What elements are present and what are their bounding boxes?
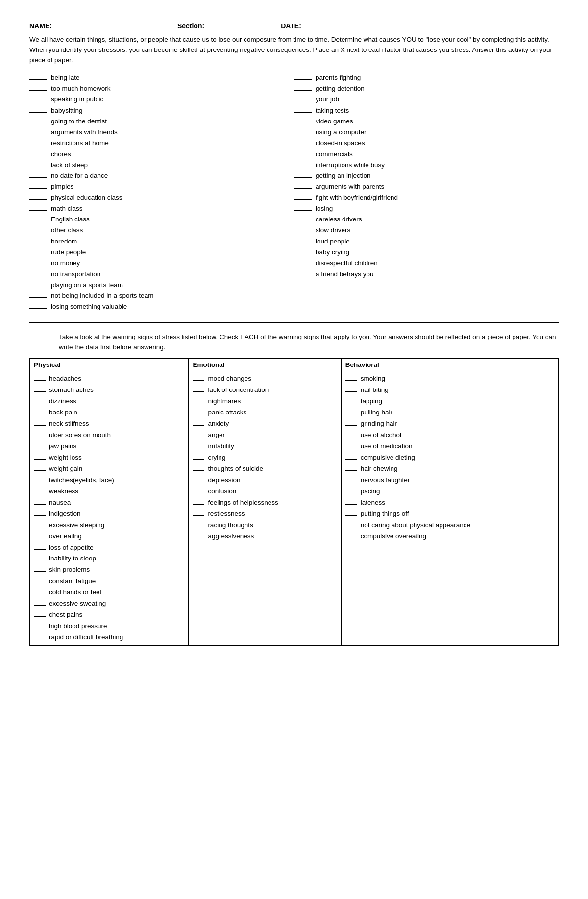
- check-blank: [193, 482, 204, 482]
- check-blank: [193, 527, 204, 527]
- stressor-text: pimples: [51, 181, 74, 192]
- behavioral-item: not caring about physical appearance: [345, 520, 554, 531]
- physical-item: cold hands or feet: [34, 587, 184, 598]
- check-blank: [34, 459, 46, 460]
- emotional-item: irritability: [193, 441, 337, 452]
- stressor-blank: [29, 210, 47, 211]
- emotional-item-label: racing thoughts: [208, 520, 253, 531]
- physical-item: excessive sweating: [34, 598, 184, 609]
- emotional-item: thoughts of suicide: [193, 463, 337, 475]
- stressor-blank: [29, 90, 47, 91]
- check-blank: [345, 425, 357, 426]
- check-blank: [345, 504, 357, 505]
- check-blank: [34, 391, 46, 392]
- behavioral-item-label: pulling hair: [361, 407, 392, 418]
- stressor-left-item: babysitting: [29, 105, 294, 116]
- name-input[interactable]: [55, 20, 163, 28]
- physical-item-label: back pain: [49, 407, 77, 418]
- stressor-blank: [294, 243, 312, 243]
- physical-item: weight gain: [34, 463, 184, 475]
- behavioral-item: compulsive overeating: [345, 531, 554, 542]
- name-field: NAME:: [29, 20, 163, 30]
- physical-item: inability to sleep: [34, 553, 184, 564]
- physical-item-label: high blood pressure: [49, 621, 107, 632]
- check-blank: [34, 470, 46, 471]
- stressor-text: no date for a dance: [51, 170, 108, 181]
- physical-item-label: ulcer sores on mouth: [49, 430, 111, 441]
- stressor-text: using a computer: [316, 127, 367, 138]
- stressor-blank: [29, 167, 47, 167]
- emotional-item-label: lack of concentration: [208, 385, 269, 396]
- stressor-right-item: your job: [294, 94, 559, 105]
- physical-item: constant fatigue: [34, 576, 184, 587]
- table-header-row: Physical Emotional Behavioral: [30, 359, 559, 371]
- behavioral-item-label: use of alcohol: [361, 430, 401, 441]
- physical-item-label: headaches: [49, 373, 81, 385]
- behavioral-item: putting things off: [345, 509, 554, 520]
- stressor-left-item: boredom: [29, 236, 294, 247]
- stressor-section: being latetoo much homeworkspeaking in p…: [29, 73, 559, 313]
- stressor-text: fight with boyfriend/girlfriend: [316, 193, 398, 203]
- check-blank: [34, 425, 46, 426]
- check-blank: [34, 639, 46, 639]
- stressor-text: your job: [316, 94, 339, 105]
- behavioral-item: compulsive dieting: [345, 452, 554, 463]
- stressor-left-item: speaking in public: [29, 94, 294, 105]
- emotional-item-label: restlessness: [208, 509, 245, 520]
- check-blank: [193, 437, 204, 437]
- intro-paragraph: We all have certain things, situations, …: [29, 35, 559, 66]
- stressor-text: too much homework: [51, 83, 111, 94]
- stressor-blank: [294, 90, 312, 91]
- stressor-text: physical education class: [51, 193, 122, 203]
- stressor-text: taking tests: [316, 105, 349, 116]
- check-blank: [193, 391, 204, 392]
- physical-item-label: loss of appetite: [49, 542, 94, 554]
- stressor-blank: [294, 254, 312, 254]
- stressor-blank: [294, 167, 312, 167]
- stressor-blank: [294, 210, 312, 211]
- check-blank: [345, 538, 357, 538]
- stressor-blank: [294, 112, 312, 113]
- check-blank: [345, 515, 357, 516]
- check-blank: [193, 380, 204, 381]
- stressor-blank: [29, 199, 47, 200]
- stressor-left-item: too much homework: [29, 83, 294, 94]
- emotional-item: depression: [193, 475, 337, 486]
- emotional-item: nightmares: [193, 396, 337, 407]
- date-input[interactable]: [304, 20, 383, 28]
- stressor-blank: [29, 79, 47, 80]
- physical-item-label: neck stiffness: [49, 418, 89, 430]
- stressor-blank: [29, 145, 47, 145]
- behavioral-item: use of alcohol: [345, 430, 554, 441]
- physical-item-label: excessive sleeping: [49, 520, 104, 531]
- stressor-blank: [29, 265, 47, 265]
- stressor-left-item: losing something valuable: [29, 301, 294, 312]
- check-blank: [34, 605, 46, 606]
- stressor-text: loud people: [316, 236, 350, 247]
- emotional-item-label: nightmares: [208, 396, 241, 407]
- emotional-item-label: depression: [208, 475, 240, 486]
- stressor-left-item: arguments with friends: [29, 127, 294, 138]
- emotional-item: feelings of helplessness: [193, 497, 337, 509]
- emotional-item: restlessness: [193, 509, 337, 520]
- section-input[interactable]: [207, 20, 266, 28]
- stressor-blank: [294, 101, 312, 101]
- stressor-left-item: math class: [29, 203, 294, 214]
- emotional-item: confusion: [193, 486, 337, 497]
- stressor-left-item: going to the dentist: [29, 116, 294, 127]
- check-blank: [345, 482, 357, 482]
- stressor-text: video games: [316, 116, 353, 127]
- stressor-text: not being included in a sports team: [51, 291, 153, 301]
- stressor-left-item: being late: [29, 73, 294, 83]
- physical-item-label: constant fatigue: [49, 576, 96, 587]
- stressor-right-item: getting an injection: [294, 170, 559, 181]
- physical-item-label: skin problems: [49, 564, 90, 576]
- stressor-left-item: English class: [29, 214, 294, 225]
- emotional-item-label: confusion: [208, 486, 236, 497]
- check-blank: [34, 515, 46, 516]
- stressor-right-item: closed-in spaces: [294, 138, 559, 148]
- behavioral-item-label: nail biting: [361, 385, 389, 396]
- table-body-row: headachesstomach achesdizzinessback pain…: [30, 371, 559, 646]
- behavioral-item: hair chewing: [345, 463, 554, 475]
- emotional-item-label: thoughts of suicide: [208, 463, 263, 475]
